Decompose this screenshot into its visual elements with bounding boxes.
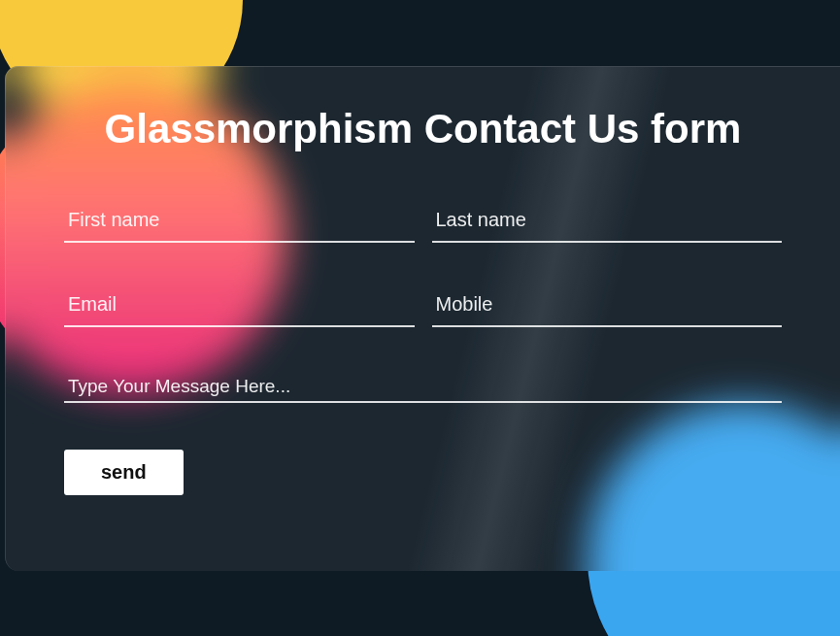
email-field[interactable] [64, 285, 415, 327]
form-row-message [64, 370, 782, 407]
form-row-contact [64, 285, 782, 327]
first-name-field[interactable] [64, 201, 415, 243]
form-title: Glassmorphism Contact Us form [64, 106, 782, 152]
mobile-field[interactable] [432, 285, 783, 327]
last-name-field[interactable] [432, 201, 783, 243]
message-field[interactable] [64, 370, 782, 403]
send-button[interactable]: send [64, 450, 184, 495]
contact-form-card: Glassmorphism Contact Us form send [5, 66, 840, 571]
form-row-name [64, 201, 782, 243]
